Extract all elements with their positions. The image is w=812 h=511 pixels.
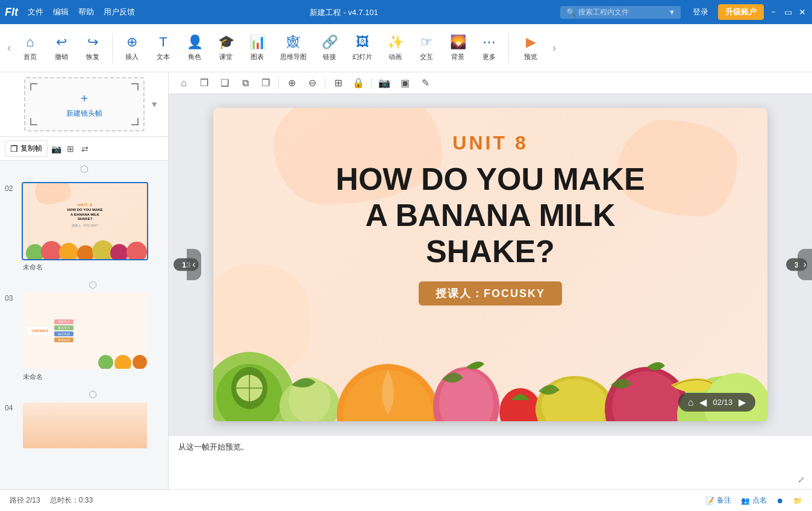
corner-tl — [30, 83, 37, 90]
slide-list: 02 — [0, 177, 168, 489]
ct-home-icon[interactable]: ⌂ — [176, 75, 192, 91]
slide-main-title: HOW DO YOU MAKE A BANANA MILK SHAKE? — [310, 161, 671, 269]
toolbar-slideshow[interactable]: 🖼 幻灯片 — [346, 31, 378, 65]
new-frame-button[interactable]: ＋ 新建镜头帧 — [24, 77, 145, 131]
toolbar-undo[interactable]: ↩ 撤销 — [47, 31, 76, 65]
menu-feedback[interactable]: 用户反馈 — [104, 7, 135, 17]
mindmap-label: 思维导图 — [280, 52, 307, 61]
slide-thumb-03[interactable]: CONTENTS 课堂导入 重点学习 知识巩固 课堂总结 — [22, 292, 148, 370]
ct-edit-icon[interactable]: ✎ — [417, 75, 433, 91]
connector-bot: ⬡ — [22, 389, 163, 400]
copy-frame-button[interactable]: ❐ 复制帧 — [5, 140, 48, 157]
toolbar-classroom[interactable]: 🎓 课堂 — [211, 31, 240, 65]
copy-frame-label: 复制帧 — [20, 143, 42, 154]
search-bar[interactable]: 🔍 ▼ — [560, 6, 681, 19]
ct-align-icon[interactable]: ⊞ — [330, 75, 346, 91]
screen-record-button[interactable]: ⏺ — [776, 497, 784, 505]
toolbar-link[interactable]: 🔗 链接 — [315, 31, 344, 65]
toolbar-background[interactable]: 🌄 背景 — [443, 31, 472, 65]
divider-2 — [508, 33, 509, 63]
ct-zoomout-icon[interactable]: ⊖ — [304, 75, 320, 91]
screenshot-icon[interactable]: 📷 — [50, 143, 62, 155]
minimize-button[interactable]: － — [769, 7, 778, 17]
sidebar-expand-icon[interactable]: ▼ — [150, 99, 158, 109]
screen-record-icon: ⏺ — [776, 497, 784, 505]
playback-prev-icon[interactable]: ◀ — [699, 397, 707, 408]
new-frame-area: ＋ 新建镜头帧 ▼ — [0, 72, 168, 137]
preview-icon: ▶ — [526, 34, 536, 50]
toolbar-home[interactable]: ⌂ 首页 — [16, 31, 45, 65]
toolbar-character[interactable]: 👤 角色 — [180, 31, 209, 65]
toolbar-chart[interactable]: 📊 图表 — [243, 31, 272, 65]
divider-1 — [112, 33, 113, 63]
main-area: ＋ 新建镜头帧 ▼ ❐ 复制帧 📷 ⊞ ⇄ ⬡ 02 — [0, 72, 812, 489]
slide-thumb-wrap-03: CONTENTS 课堂导入 重点学习 知识巩固 课堂总结 — [22, 292, 163, 381]
background-label: 背景 — [451, 52, 464, 61]
toolbar-redo[interactable]: ↪ 恢复 — [78, 31, 107, 65]
ct-copy-icon[interactable]: ❒ — [196, 75, 212, 91]
ct-layer-icon[interactable]: ⧉ — [237, 75, 253, 91]
toolbar-right-arrow[interactable]: › — [550, 39, 558, 57]
grid-icon[interactable]: ⊞ — [64, 143, 77, 155]
ct-divider-1 — [278, 77, 279, 89]
ct-frame-icon[interactable]: ▣ — [397, 75, 413, 91]
redo-icon: ↪ — [87, 34, 98, 50]
slide-thumb-04[interactable] — [22, 401, 148, 450]
search-input[interactable] — [578, 8, 669, 16]
canvas-slide: UNIT 8 HOW DO YOU MAKE A BANANA MILK SHA… — [169, 94, 812, 435]
menu-edit[interactable]: 编辑 — [53, 7, 69, 17]
toolbar-interact[interactable]: ☞ 交互 — [412, 31, 441, 65]
playback-next-icon[interactable]: ▶ — [739, 397, 746, 408]
slide-number-04: 04 — [5, 401, 17, 412]
duration-info: 总时长：0:33 — [50, 495, 93, 506]
toolbar-insert[interactable]: ⊕ 插入 — [117, 31, 146, 65]
login-button[interactable]: 登录 — [688, 4, 713, 20]
ct-paste-icon[interactable]: ❑ — [217, 75, 233, 91]
menu-file[interactable]: 文件 — [28, 7, 43, 17]
ct-stack-icon[interactable]: ❐ — [258, 75, 273, 91]
menu-help[interactable]: 帮助 — [78, 7, 94, 17]
title-line2: A BANANA MILK — [366, 198, 616, 233]
collapse-left[interactable]: ‹ — [169, 249, 201, 280]
toolbar-text[interactable]: T 文本 — [149, 31, 178, 65]
attendance-button[interactable]: 👥 点名 — [741, 495, 767, 506]
toolbar-more[interactable]: ⋯ 更多 — [475, 31, 504, 65]
ct-divider-2 — [325, 77, 325, 89]
slide-number-03: 03 — [5, 292, 17, 303]
slide-unit-text: UNIT 8 — [310, 132, 671, 154]
attendance-icon: 👥 — [741, 497, 750, 505]
background-icon: 🌄 — [450, 34, 466, 50]
ct-divider-3 — [371, 77, 372, 89]
insert-icon: ⊕ — [126, 34, 137, 50]
collapse-right[interactable]: › — [798, 249, 812, 280]
ct-camera-icon[interactable]: 📷 — [376, 75, 392, 91]
app-title: 新建工程 - v4.7.101 — [310, 8, 378, 17]
maximize-button[interactable]: ▭ — [783, 7, 793, 17]
more-label: 更多 — [483, 52, 496, 61]
character-icon: 👤 — [187, 34, 203, 50]
toolbar-left-arrow[interactable]: ‹ — [5, 39, 13, 57]
swap-icon[interactable]: ⇄ — [79, 143, 91, 155]
ct-zoomin-icon[interactable]: ⊕ — [284, 75, 299, 91]
notes-area: 从这一帧开始预览。 ⤢ — [169, 435, 812, 489]
chart-label: 图表 — [251, 52, 264, 61]
titlebar-actions: 登录 升级账户 — [688, 4, 764, 20]
search-dropdown-icon[interactable]: ▼ — [669, 8, 675, 16]
slide-thumb-02[interactable]: UNIT 8 HOW DO YOU MAKEA BANANA MILKSHAKE… — [22, 182, 148, 260]
collapse-right-icon: › — [803, 259, 806, 270]
slide-frame[interactable]: UNIT 8 HOW DO YOU MAKE A BANANA MILK SHA… — [213, 108, 767, 421]
toolbar-mindmap[interactable]: 🕸 思维导图 — [274, 31, 313, 65]
notes-expand-icon[interactable]: ⤢ — [798, 475, 805, 484]
close-button[interactable]: ✕ — [798, 7, 807, 17]
interact-label: 交互 — [420, 52, 433, 61]
backup-button[interactable]: 📝 备注 — [705, 495, 731, 506]
toolbar-animation[interactable]: ✨ 动画 — [381, 31, 410, 65]
playback-home-icon[interactable]: ⌂ — [688, 397, 694, 408]
ct-lock-icon[interactable]: 🔒 — [351, 75, 366, 91]
backup-label: 备注 — [717, 495, 731, 506]
upgrade-button[interactable]: 升级账户 — [718, 4, 764, 20]
folder-button[interactable]: 📁 — [793, 497, 802, 505]
text-icon: T — [159, 34, 167, 50]
toolbar-preview[interactable]: ▶ 预览 — [514, 31, 548, 65]
slide-label-02: 未命名 — [22, 263, 163, 272]
